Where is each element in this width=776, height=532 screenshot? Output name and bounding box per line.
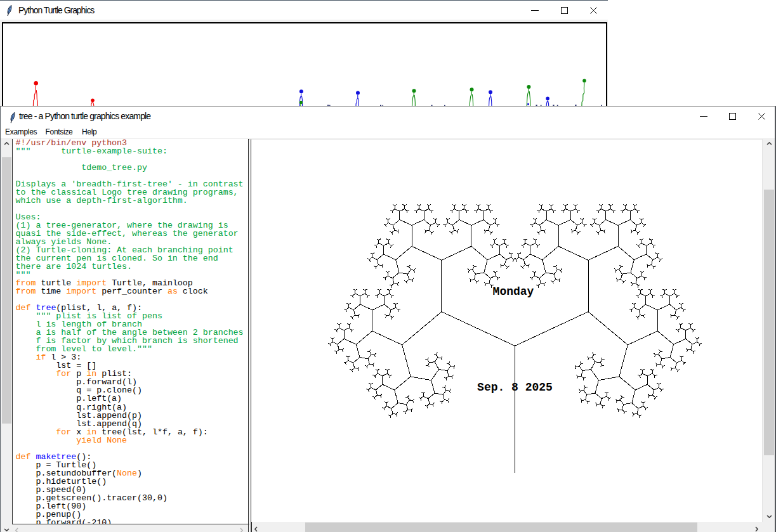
svg-text:Sep. 8 2025: Sep. 8 2025 bbox=[477, 381, 553, 394]
svg-text:Monday: Monday bbox=[492, 285, 534, 298]
